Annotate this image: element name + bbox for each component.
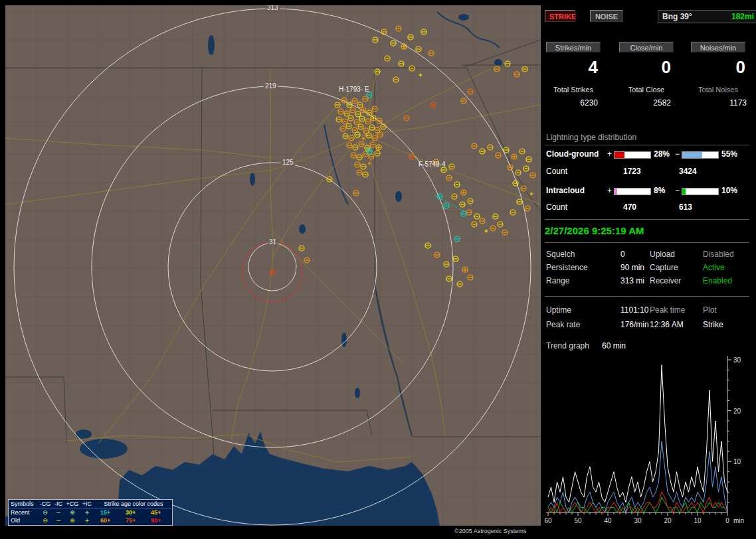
station-label: F-5749-4 [419,161,446,168]
ic-count-row: Count 470 613 [543,202,751,213]
range-ring-label: 313 [266,5,280,11]
status-panel: STRIKE NOISE Bng 39° 182mi Strikes/min C… [543,5,751,535]
divider [545,219,749,220]
info-row-2: Peak rate 176/min 12:36 AM Strike [543,320,751,331]
settings-row-3: Range 313 mi Receiver Enabled [543,276,751,287]
receiver-label: Receiver [650,276,681,285]
cloud-ground-label: Cloud-ground [546,149,599,159]
trend-graph-chart: 1020300102030405060min [543,353,751,527]
intracloud-label: Intracloud [546,186,585,195]
svg-text:0: 0 [725,517,729,524]
lightning-map[interactable]: 31321912531H-1793- EF-5749-4 Symbols -CG… [5,5,541,526]
ic-minus-bar-fill [682,189,686,194]
nexstorm-window: { "map": { "background": "#6c5f57", "wat… [0,0,756,539]
noises-per-min-value: 0 [691,57,745,78]
total-noises-value: 1173 [691,98,747,108]
station-label: H-1793- E [339,86,369,93]
cg-minus-pct: 55% [721,149,737,159]
legend-old-label: Old [11,516,20,524]
cg-count-label: Count [546,167,567,176]
ic-count-label: Count [546,202,567,212]
total-strikes-label: Total Strikes [546,86,601,94]
minus-sign: − [675,186,680,195]
cg-minus-count: 3424 [679,167,697,176]
cg-minus-bar [682,151,719,159]
circle-plus-icon: ⊕ [66,508,79,516]
plus-icon: + [80,516,94,524]
age-75: 75+ [126,516,147,524]
totals-labels-row: Total Strikes Total Close Total Noises [543,86,751,96]
cg-count-row: Count 1723 3424 [543,167,751,177]
cloud-ground-row: Cloud-ground + 28% − 55% [543,149,751,160]
persistence-label: Persistence [546,263,588,272]
age-90: 90+ [151,516,172,524]
circle-plus-icon: ⊕ [66,516,79,524]
upload-status: Disabled [703,250,734,259]
range-value: 313 mi [620,276,644,285]
map-overlays: 31321912531H-1793- EF-5749-4 [5,5,541,526]
total-noises-label: Total Noises [690,86,747,94]
distribution-title: Lightning type distribution [546,133,636,142]
datetime-display: 2/27/2026 9:25:19 AM [545,225,644,236]
strike-toggle-button[interactable]: STRIKE [545,10,575,22]
cg-plus-bar-fill [614,152,624,158]
minus-icon: − [52,508,64,516]
svg-text:10: 10 [694,517,702,524]
trend-graph-row: Trend graph 60 min [543,341,751,352]
plot-label: Plot [703,305,717,315]
svg-text:30: 30 [733,356,741,364]
trend-graph-window: 60 min [602,341,626,350]
settings-row-2: Persistence 90 min Capture Active [543,263,751,273]
noises-per-min-button[interactable]: Noises/min [691,42,745,52]
legend-col-pcg: +CG [66,500,79,508]
close-per-min-button[interactable]: Close/min [619,42,674,52]
svg-text:40: 40 [604,517,612,524]
capture-status: Active [703,263,725,272]
ic-plus-pct: 8% [654,186,665,195]
age-45: 45+ [151,508,172,516]
total-close-label: Total Close [619,86,674,94]
map-legend: Symbols -CG -IC +CG +IC Strike age color… [8,499,173,526]
age-30: 30+ [126,508,147,516]
peak-time-value: 12:36 AM [650,320,684,329]
total-strikes-value: 6230 [546,98,598,108]
range-ring-label: 125 [281,159,295,166]
peak-rate-value: 176/min [620,320,649,329]
trend-graph-label: Trend graph [546,341,589,350]
close-per-min-value: 0 [619,57,671,78]
noise-toggle-button[interactable]: NOISE [590,10,623,22]
bearing-label: Bng 39° [662,11,692,23]
circle-minus-icon: ⊖ [39,516,51,524]
bearing-display: Bng 39° 182mi [658,10,756,23]
info-row-1: Uptime 1101:10 Peak time Plot [543,305,751,316]
ic-minus-bar [682,188,719,195]
bearing-distance: 182mi [731,11,754,23]
rate-buttons-row: Strikes/min Close/min Noises/min [543,42,751,52]
settings-row-1: Squelch 0 Upload Disabled [543,250,751,260]
plot-value: Strike [703,320,723,329]
receiver-status: Enabled [703,276,732,285]
legend-col-pic: +IC [80,500,94,508]
ic-plus-bar [614,188,651,195]
age-60: 60+ [100,516,122,524]
legend-header: Symbols -CG -IC +CG +IC Strike age color… [9,500,172,508]
legend-row-recent: Recent ⊖ − ⊕ + 15+ 30+ 45+ [9,508,172,516]
distribution-title-row: Lightning type distribution [543,133,751,143]
svg-text:10: 10 [733,458,741,465]
divider [545,145,749,145]
legend-recent-label: Recent [11,508,30,516]
range-ring-label: 31 [268,238,278,246]
cg-minus-bar-fill [682,152,702,158]
plus-icon: + [80,508,94,516]
squelch-label: Squelch [546,250,575,259]
svg-text:20: 20 [664,517,672,524]
svg-text:60: 60 [544,517,552,524]
peak-time-label: Peak time [650,305,685,315]
legend-col-ncg: -CG [39,500,51,508]
strikes-per-min-button[interactable]: Strikes/min [546,42,601,52]
uptime-value: 1101:10 [620,305,649,315]
age-15: 15+ [100,508,122,516]
map-area: 31321912531H-1793- EF-5749-4 Symbols -CG… [5,5,541,535]
upload-label: Upload [650,250,675,259]
squelch-value: 0 [620,250,625,259]
